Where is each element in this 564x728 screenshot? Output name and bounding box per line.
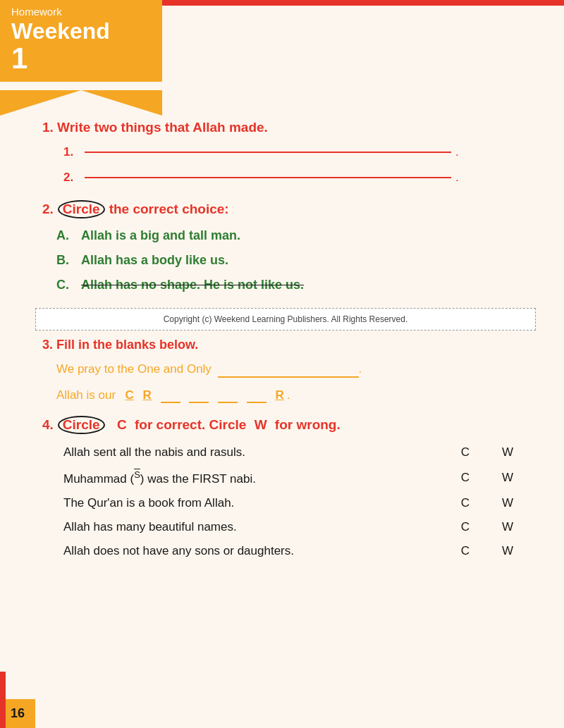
weekend-number: 1 (11, 44, 151, 73)
cw-row-5: Allah does not have any sons or daughter… (63, 544, 529, 558)
mc-text-c: Allah has no shape. He is not like us. (81, 278, 304, 292)
cw-c-5: C (444, 544, 486, 558)
question-3: 3. Fill in the blanks below. We pray to … (42, 338, 529, 403)
question-1-title: 1. Write two things that Allah made. (42, 120, 529, 135)
q4-text-1 (109, 417, 113, 433)
cw-c-2: C (444, 471, 486, 485)
question-1: 1. Write two things that Allah made. 1. … (42, 120, 529, 185)
main-content: 1. Write two things that Allah made. 1. … (0, 0, 564, 602)
cw-text-4: Allah has many beautiful names. (63, 520, 444, 534)
cw-row-1: Allah sent all the nabis and rasuls. C W (63, 445, 529, 459)
mc-option-c: C. Allah has no shape. He is not like us… (56, 278, 529, 292)
blank-1-period: . (455, 145, 459, 159)
circle-word-q4: Circle (58, 416, 105, 434)
mc-option-a: A. Allah is a big and tall man. (56, 228, 529, 243)
weekend-label: Weekend (11, 19, 151, 44)
question-4-title: 4. Circle C for correct. Circle W for wr… (42, 416, 529, 434)
question-4: 4. Circle C for correct. Circle W for wr… (42, 416, 529, 558)
fill-s2-space3 (183, 388, 187, 402)
fill-sentence-2: Allah is our C R R . (56, 388, 529, 403)
question-4-number: 4. (42, 417, 54, 433)
cw-text-2: Muhammad (S) was the FIRST nabi. (63, 469, 444, 486)
mc-option-b: B. Allah has a body like us. (56, 253, 529, 268)
blank-1-number: 1. (63, 145, 78, 159)
copyright-text: Copyright (c) Weekend Learning Publisher… (164, 314, 408, 324)
fill-s2-space4 (212, 388, 215, 402)
question-2-title: 2. Circle the correct choice: (42, 200, 529, 218)
question-2-text: the correct choice: (109, 202, 229, 217)
fill-s2-space (137, 388, 140, 402)
mc-letter-a: A. (56, 228, 81, 243)
fill-blank-3 (218, 388, 238, 403)
fill-blank-1 (161, 388, 180, 403)
q4-text-3: for wrong. (271, 417, 341, 433)
question-2: 2. Circle the correct choice: A. Allah i… (42, 200, 529, 292)
fill-s2-space5 (240, 388, 244, 402)
cw-w-5: W (486, 544, 529, 558)
blank-1-line (85, 152, 451, 153)
header-banner: Homework Weekend 1 (0, 0, 162, 82)
fill-sentence-1: We pray to the One and Only . (56, 362, 529, 378)
cw-c-3: C (444, 496, 486, 510)
cw-text-5: Allah does not have any sons or daughter… (63, 544, 444, 558)
blank-2-line (85, 177, 451, 178)
mc-text-b: Allah has a body like us. (81, 253, 228, 268)
fill-blank-2 (189, 388, 209, 403)
cw-w-1: W (486, 445, 529, 459)
blank-2-period: . (455, 171, 459, 185)
fill-blank-4 (247, 388, 266, 403)
blank-2-number: 2. (63, 171, 78, 185)
q4-bold-w: W (255, 417, 267, 433)
q4-bold-c: C (117, 417, 127, 433)
fill-letter-c: C (125, 388, 134, 402)
fill-s2-space6 (269, 388, 273, 402)
circle-word-q2: Circle (58, 200, 105, 218)
homework-label: Homework (11, 6, 151, 18)
fill-s2-space2 (154, 388, 158, 402)
blank-line-2: 2. . (63, 171, 529, 185)
copyright-bar: Copyright (c) Weekend Learning Publisher… (35, 308, 536, 331)
q4-text-2: for correct. Circle (131, 417, 250, 433)
cw-w-4: W (486, 520, 529, 534)
mc-text-a: Allah is a big and tall man. (81, 228, 240, 243)
mc-letter-b: B. (56, 253, 81, 268)
cw-w-3: W (486, 496, 529, 510)
blank-line-1: 1. . (63, 145, 529, 159)
cw-c-1: C (444, 445, 486, 459)
mc-letter-c: C. (56, 278, 81, 292)
fill-s2-prefix: Allah is our (56, 388, 123, 402)
cw-w-2: W (486, 471, 529, 485)
page-number: 16 (11, 706, 25, 720)
cw-row-2: Muhammad (S) was the FIRST nabi. C W (63, 469, 529, 486)
cw-row-3: The Qur'an is a book from Allah. C W (63, 496, 529, 510)
question-1-number: 1. Write two things that Allah made. (42, 120, 268, 135)
question-2-number: 2. (42, 202, 54, 217)
prophet-s: S (134, 469, 140, 480)
fill-letter-r: R (143, 388, 152, 402)
fill-s2-period: . (287, 388, 290, 402)
question-3-title: 3. Fill in the blanks below. (42, 338, 529, 352)
fill-letter-r2: R (276, 388, 284, 402)
cw-text-1: Allah sent all the nabis and rasuls. (63, 445, 444, 459)
cw-row-4: Allah has many beautiful names. C W (63, 520, 529, 534)
fill-underline-1 (218, 362, 359, 378)
cw-c-4: C (444, 520, 486, 534)
cw-text-3: The Qur'an is a book from Allah. (63, 496, 444, 510)
left-accent-bottom (0, 672, 6, 728)
